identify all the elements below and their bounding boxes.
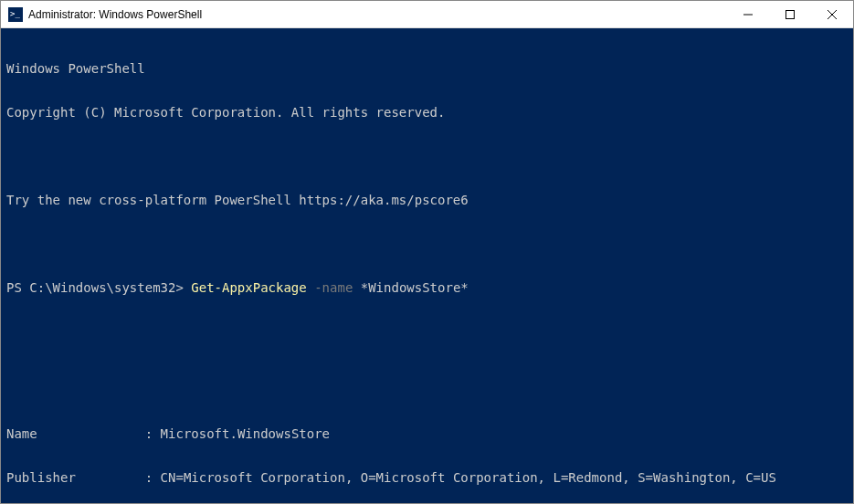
prompt-prefix: PS C:\Windows\system32> <box>6 280 191 295</box>
try-message: Try the new cross-platform PowerShell ht… <box>6 193 848 207</box>
blank-line <box>6 149 848 163</box>
command-name: Get-AppxPackage <box>191 280 306 295</box>
powershell-window: Administrator: Windows PowerShell Window… <box>0 0 854 504</box>
maximize-button[interactable] <box>769 1 811 27</box>
blank-line <box>6 368 848 383</box>
prop-row-name: Name : Microsoft.WindowsStore <box>6 426 848 441</box>
window-title: Administrator: Windows PowerShell <box>28 8 727 21</box>
terminal-pane[interactable]: Windows PowerShell Copyright (C) Microso… <box>1 28 853 503</box>
header-line-1: Windows PowerShell <box>6 61 848 76</box>
blank-line <box>6 236 848 251</box>
titlebar[interactable]: Administrator: Windows PowerShell <box>1 1 853 28</box>
prompt-line-1: PS C:\Windows\system32> Get-AppxPackage … <box>6 280 848 295</box>
powershell-icon <box>8 7 23 22</box>
minimize-button[interactable] <box>727 1 769 27</box>
command-arg: *WindowsStore* <box>361 280 469 295</box>
blank-line <box>6 324 848 339</box>
command-flag: -name <box>307 280 361 295</box>
svg-rect-1 <box>786 10 795 18</box>
header-line-2: Copyright (C) Microsoft Corporation. All… <box>6 105 848 120</box>
window-controls <box>727 1 853 27</box>
close-button[interactable] <box>811 1 853 27</box>
prop-row-publisher: Publisher : CN=Microsoft Corporation, O=… <box>6 470 848 485</box>
